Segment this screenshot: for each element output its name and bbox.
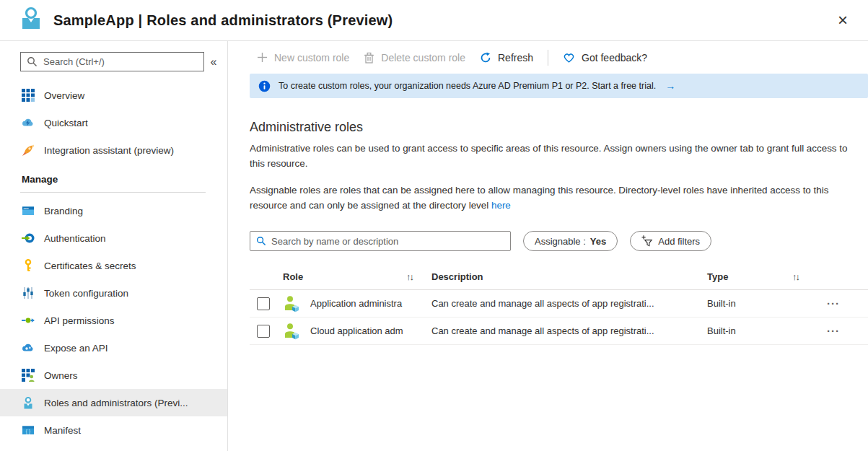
column-header-type[interactable]: Type bbox=[707, 271, 792, 282]
sidebar-item-expose-an-api[interactable]: Expose an API bbox=[0, 334, 227, 362]
role-description-cell: Can create and manage all aspects of app… bbox=[431, 325, 707, 336]
sidebar-section-manage: Manage bbox=[0, 164, 227, 189]
sidebar-item-integration-assistant[interactable]: Integration assistant (preview) bbox=[0, 136, 227, 164]
delete-custom-role-button[interactable]: Delete custom role bbox=[356, 48, 473, 68]
plus-icon bbox=[257, 52, 268, 63]
new-custom-role-button[interactable]: New custom role bbox=[250, 48, 356, 68]
directory-level-link[interactable]: here bbox=[491, 200, 511, 211]
sidebar-item-label: Expose an API bbox=[44, 343, 108, 354]
sidebar-item-label: Branding bbox=[44, 206, 83, 216]
sidebar-item-token-configuration[interactable]: Token configuration bbox=[0, 279, 227, 307]
section-title: Administrative roles bbox=[250, 120, 848, 135]
table-header-row: Role ↑↓ Description Type ↑↓ bbox=[250, 264, 868, 290]
search-icon bbox=[27, 56, 38, 67]
authentication-icon bbox=[22, 232, 35, 245]
trash-icon bbox=[364, 52, 374, 64]
sidebar-item-label: API permissions bbox=[44, 315, 115, 326]
sidebar-item-label: Authentication bbox=[44, 233, 106, 244]
got-feedback-button[interactable]: Got feedback? bbox=[556, 48, 654, 68]
sidebar-item-owners[interactable]: Owners bbox=[0, 362, 227, 389]
sidebar-divider bbox=[20, 192, 206, 193]
roles-table: Role ↑↓ Description Type ↑↓ bbox=[250, 264, 868, 345]
role-description-cell: Can create and manage all aspects of app… bbox=[431, 298, 707, 309]
banner-text: To create custom roles, your organizatio… bbox=[279, 81, 656, 91]
sliders-icon bbox=[22, 286, 35, 299]
add-filters-button[interactable]: Add filters bbox=[630, 231, 711, 251]
column-header-description[interactable]: Description bbox=[431, 271, 707, 282]
sidebar-item-label: Integration assistant (preview) bbox=[44, 145, 174, 156]
table-row[interactable]: Cloud application adm Can create and man… bbox=[250, 318, 868, 345]
info-banner[interactable]: To create custom roles, your organizatio… bbox=[250, 74, 868, 98]
branding-browser-icon: www bbox=[22, 204, 35, 217]
page-title: SampleApp | Roles and administrators (Pr… bbox=[53, 12, 393, 29]
info-icon bbox=[258, 80, 271, 92]
role-type-cell: Built-in bbox=[707, 298, 792, 309]
sidebar-nav: Overview Quickstart bbox=[0, 82, 227, 444]
sidebar-item-api-permissions[interactable]: API permissions bbox=[0, 307, 227, 334]
role-member-icon bbox=[283, 323, 300, 340]
add-filter-icon bbox=[641, 235, 654, 248]
roles-search-input[interactable] bbox=[271, 236, 504, 247]
close-icon[interactable]: × bbox=[833, 10, 852, 30]
overview-grid-icon bbox=[22, 89, 35, 102]
role-member-icon bbox=[283, 295, 300, 312]
more-options-icon[interactable]: ··· bbox=[821, 296, 846, 311]
sidebar-item-label: Token configuration bbox=[44, 288, 128, 299]
assignable-filter-pill[interactable]: Assignable : Yes bbox=[523, 231, 618, 251]
sidebar-item-overview[interactable]: Overview bbox=[0, 82, 227, 109]
window-header: SampleApp | Roles and administrators (Pr… bbox=[0, 0, 868, 41]
svg-text:{ }: { } bbox=[25, 429, 30, 434]
roles-search-box[interactable] bbox=[250, 231, 511, 251]
assignable-filter-value: Yes bbox=[590, 236, 606, 247]
refresh-icon bbox=[480, 52, 491, 64]
filter-bar: Assignable : Yes Add filters bbox=[250, 231, 868, 251]
refresh-button[interactable]: Refresh bbox=[473, 48, 540, 68]
sidebar-search-input[interactable] bbox=[43, 56, 198, 67]
column-header-role[interactable]: Role bbox=[283, 271, 303, 282]
sidebar-item-authentication[interactable]: Authentication bbox=[0, 224, 227, 252]
sidebar-item-quickstart[interactable]: Quickstart bbox=[0, 109, 227, 136]
row-checkbox[interactable] bbox=[257, 297, 270, 310]
sort-icon[interactable]: ↑↓ bbox=[406, 271, 413, 282]
table-row[interactable]: Application administra Can create and ma… bbox=[250, 290, 868, 318]
person-app-icon bbox=[20, 6, 42, 34]
key-icon bbox=[22, 259, 35, 272]
sidebar-item-label: Roles and administrators (Previ... bbox=[44, 398, 188, 408]
expose-api-cloud-icon bbox=[22, 341, 35, 354]
sidebar-item-label: Quickstart bbox=[44, 118, 88, 128]
sidebar: « Overview bbox=[0, 41, 228, 451]
command-bar: New custom role Delete custom role bbox=[228, 41, 868, 74]
role-name-cell[interactable]: Application administra bbox=[310, 298, 431, 309]
search-icon bbox=[256, 236, 266, 246]
manifest-code-icon: { } bbox=[22, 424, 35, 437]
svg-text:www: www bbox=[23, 207, 29, 210]
roles-person-icon bbox=[22, 396, 35, 409]
app-window: SampleApp | Roles and administrators (Pr… bbox=[0, 0, 868, 451]
sidebar-item-label: Overview bbox=[44, 90, 84, 101]
heart-icon bbox=[563, 52, 575, 64]
main-panel: New custom role Delete custom role bbox=[228, 41, 868, 451]
sidebar-item-branding[interactable]: www Branding bbox=[0, 197, 227, 224]
api-permissions-icon bbox=[22, 314, 35, 327]
sidebar-item-roles-and-administrators[interactable]: Roles and administrators (Previ... bbox=[0, 389, 227, 416]
row-checkbox[interactable] bbox=[257, 325, 270, 338]
sidebar-item-label: Manifest bbox=[44, 425, 81, 436]
sidebar-item-manifest[interactable]: { } Manifest bbox=[0, 416, 227, 444]
more-options-icon[interactable]: ··· bbox=[821, 323, 846, 338]
arrow-right-icon[interactable]: → bbox=[665, 80, 675, 92]
sort-icon[interactable]: ↑↓ bbox=[792, 271, 818, 282]
sidebar-item-certificates-secrets[interactable]: Certificates & secrets bbox=[0, 252, 227, 279]
toolbar-divider bbox=[548, 50, 548, 66]
owners-grid-person-icon bbox=[22, 369, 35, 382]
collapse-sidebar-icon[interactable]: « bbox=[204, 54, 223, 70]
description-paragraph-2: Assignable roles are roles that can be a… bbox=[250, 183, 848, 213]
sidebar-item-label: Certificates & secrets bbox=[44, 260, 136, 271]
role-name-cell[interactable]: Cloud application adm bbox=[310, 325, 431, 336]
sidebar-item-label: Owners bbox=[44, 370, 78, 381]
rocket-icon bbox=[22, 144, 35, 157]
content-area: Administrative roles Administrative role… bbox=[228, 98, 868, 451]
sidebar-search-box[interactable] bbox=[20, 52, 204, 71]
quickstart-cloud-icon bbox=[22, 116, 35, 129]
role-type-cell: Built-in bbox=[707, 325, 792, 336]
description-paragraph-1: Administrative roles can be used to gran… bbox=[250, 141, 848, 171]
